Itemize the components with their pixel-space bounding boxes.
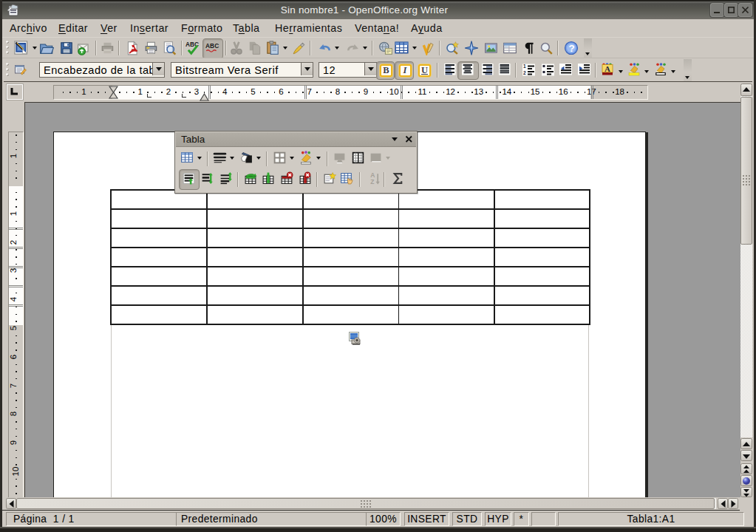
svg-text:1: 1 <box>523 64 526 69</box>
svg-text:Z: Z <box>370 178 374 185</box>
svg-text:?: ? <box>568 43 574 54</box>
svg-text:2: 2 <box>523 70 526 75</box>
svg-text:A: A <box>605 64 610 73</box>
svg-text:ABC: ABC <box>205 42 219 50</box>
